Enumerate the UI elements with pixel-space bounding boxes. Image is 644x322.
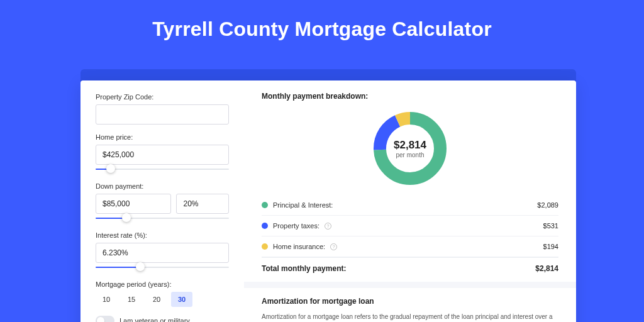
dot-icon — [262, 202, 268, 208]
hero: Tyrrell County Mortgage Calculator — [0, 0, 644, 52]
slider-track — [96, 169, 229, 170]
info-icon[interactable]: ? — [330, 243, 337, 250]
donut-amount: $2,814 — [394, 139, 426, 152]
period-options: 10 15 20 30 — [96, 292, 229, 307]
card-shadow: Property Zip Code: Home price: Down paym… — [80, 69, 576, 322]
breakdown-value: $194 — [543, 243, 558, 250]
breakdown-label: Property taxes: — [273, 222, 319, 230]
slider-fill — [96, 267, 138, 268]
breakdown-panel: Monthly payment breakdown: $2,814 per mo… — [244, 80, 576, 322]
veteran-label: I am veteran or military — [119, 317, 190, 322]
breakdown-total: Total monthly payment: $2,814 — [262, 257, 558, 282]
dot-icon — [262, 243, 268, 250]
breakdown-value: $2,089 — [537, 201, 558, 209]
info-icon[interactable]: ? — [325, 223, 331, 230]
slider-thumb[interactable] — [106, 164, 115, 173]
donut-chart: $2,814 per month — [262, 107, 558, 195]
price-row: Home price: — [96, 133, 229, 174]
period-30[interactable]: 30 — [171, 292, 192, 307]
price-input[interactable] — [96, 145, 229, 165]
rate-slider[interactable] — [96, 265, 229, 272]
form-panel: Property Zip Code: Home price: Down paym… — [80, 80, 244, 322]
veteran-row: I am veteran or military — [96, 316, 229, 322]
amort-text: Amortization for a mortgage loan refers … — [262, 312, 558, 322]
amort-title: Amortization for mortgage loan — [262, 297, 558, 306]
down-percent-input[interactable] — [176, 194, 229, 214]
down-label: Down payment: — [96, 182, 229, 190]
breakdown-row-principal: Principal & Interest: $2,089 — [262, 195, 558, 216]
total-value: $2,814 — [535, 264, 558, 273]
slider-thumb[interactable] — [122, 213, 131, 222]
breakdown-label: Home insurance: — [273, 243, 325, 250]
donut-center: $2,814 per month — [372, 111, 448, 186]
period-20[interactable]: 20 — [146, 292, 167, 307]
period-label: Mortgage period (years): — [96, 280, 229, 288]
price-label: Home price: — [96, 133, 229, 141]
breakdown-label: Principal & Interest: — [273, 201, 333, 209]
veteran-toggle[interactable] — [96, 316, 114, 322]
slider-fill — [96, 218, 125, 219]
zip-input[interactable] — [96, 104, 229, 125]
amortization-section: Amortization for mortgage loan Amortizat… — [244, 282, 576, 322]
calculator-card: Property Zip Code: Home price: Down paym… — [80, 80, 576, 322]
total-label: Total monthly payment: — [262, 264, 346, 273]
zip-row: Property Zip Code: — [96, 93, 229, 125]
page-title: Tyrrell County Mortgage Calculator — [0, 18, 644, 41]
rate-row: Interest rate (%): — [96, 231, 229, 272]
dot-icon — [262, 223, 268, 229]
down-row: Down payment: — [96, 182, 229, 223]
down-slider[interactable] — [96, 216, 229, 223]
breakdown-value: $531 — [543, 222, 558, 230]
period-10[interactable]: 10 — [96, 292, 117, 307]
slider-thumb[interactable] — [136, 262, 145, 271]
rate-label: Interest rate (%): — [96, 231, 229, 239]
donut-sub: per month — [396, 152, 424, 158]
period-15[interactable]: 15 — [121, 292, 142, 307]
rate-input[interactable] — [96, 243, 229, 263]
price-slider[interactable] — [96, 167, 229, 174]
period-row: Mortgage period (years): 10 15 20 30 — [96, 280, 229, 307]
breakdown-row-insurance: Home insurance: ? $194 — [262, 236, 558, 257]
breakdown-row-taxes: Property taxes: ? $531 — [262, 216, 558, 236]
down-amount-input[interactable] — [96, 194, 171, 214]
breakdown-title: Monthly payment breakdown: — [262, 92, 558, 101]
zip-label: Property Zip Code: — [96, 93, 229, 101]
